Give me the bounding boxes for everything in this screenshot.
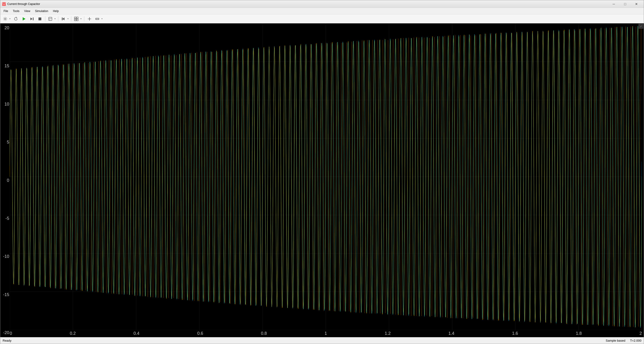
menu-bar: File Tools View Simulation Help (0, 8, 644, 14)
svg-rect-14 (76, 17, 78, 19)
y-label-10: 10 (1, 102, 9, 106)
stop-button[interactable] (36, 16, 44, 22)
status-time: T=2.000 (630, 339, 642, 342)
svg-rect-6 (33, 18, 34, 20)
cursor-button[interactable] (86, 16, 93, 22)
svg-rect-15 (74, 19, 76, 21)
title-bar: Current through Capacitor ─ □ ✕ (0, 0, 644, 8)
svg-rect-16 (76, 19, 78, 21)
svg-marker-5 (30, 18, 32, 20)
sep4 (84, 16, 84, 22)
x-label-1: 1 (324, 331, 327, 336)
svg-marker-11 (62, 18, 64, 20)
y-label-5: 5 (1, 140, 9, 144)
sep1 (45, 16, 45, 22)
zoom-icon[interactable] (73, 16, 80, 22)
config-icon[interactable] (47, 16, 54, 22)
x-label-2: 2 (640, 331, 642, 336)
run-button[interactable] (20, 16, 28, 22)
status-bar: Ready Sample based T=2.000 (0, 337, 644, 344)
measure-icon[interactable] (94, 16, 100, 22)
close-button[interactable]: ✕ (631, 1, 642, 7)
menu-simulation[interactable]: Simulation (32, 8, 50, 14)
settings-dropdown[interactable]: ▾ (2, 15, 12, 22)
zoom-arrow[interactable]: ▾ (80, 16, 82, 22)
status-sample: Sample based (606, 339, 625, 342)
x-label-04: 0.4 (134, 331, 140, 336)
x-axis: 0 0.2 0.4 0.6 0.8 1 1.2 1.4 1.6 1.8 2 (10, 330, 642, 337)
svg-rect-7 (38, 18, 41, 20)
svg-point-2 (4, 5, 4, 5)
resize-icon: ⤢ (640, 25, 642, 28)
settings-arrow[interactable]: ▾ (8, 16, 11, 22)
svg-rect-12 (62, 18, 62, 20)
y-axis: 20 15 10 5 0 -5 -10 -15 -20 (0, 23, 10, 337)
status-right: Sample based T=2.000 (606, 339, 642, 342)
y-label-n10: -10 (1, 254, 9, 258)
prev-arrow[interactable]: ▾ (66, 16, 70, 22)
svg-marker-4 (23, 17, 26, 20)
window-controls: ─ □ ✕ (608, 1, 642, 7)
plot-area: ⤢ 20 15 10 5 0 -5 -10 -15 -20 0 0.2 0.4 … (0, 23, 644, 337)
y-label-20: 20 (1, 26, 9, 30)
menu-help[interactable]: Help (50, 8, 61, 14)
step-button[interactable] (28, 16, 36, 22)
measure-arrow[interactable]: ▾ (100, 16, 104, 22)
window-title: Current through Capacitor (7, 2, 608, 6)
waveform-canvas (10, 23, 642, 330)
zoom-dropdown[interactable]: ▾ (73, 15, 82, 22)
resize-corner-button[interactable]: ⤢ (638, 24, 643, 28)
settings-icon[interactable] (2, 16, 8, 22)
x-label-12: 1.2 (385, 331, 391, 336)
menu-view[interactable]: View (22, 8, 32, 14)
x-label-02: 0.2 (70, 331, 76, 336)
sep2 (58, 16, 58, 22)
x-label-14: 1.4 (448, 331, 454, 336)
y-label-n20: -20 (1, 330, 9, 335)
menu-file[interactable]: File (1, 8, 10, 14)
toolbar: ▾ (0, 14, 644, 23)
maximize-button[interactable]: □ (620, 1, 630, 7)
refresh-button[interactable] (12, 16, 20, 22)
y-label-15: 15 (1, 64, 9, 68)
y-label-0: 0 (1, 178, 9, 182)
prev-dropdown[interactable]: ▾ (60, 15, 70, 22)
app-icon (2, 2, 6, 6)
x-label-08: 0.8 (261, 331, 267, 336)
y-label-n5: -5 (1, 216, 9, 220)
config-arrow[interactable]: ▾ (54, 16, 56, 22)
menu-tools[interactable]: Tools (10, 8, 22, 14)
measure-dropdown[interactable]: ▾ (94, 15, 104, 22)
main-window: Current through Capacitor ─ □ ✕ File Too… (0, 0, 644, 344)
x-label-18: 1.8 (576, 331, 582, 336)
x-label-16: 1.6 (512, 331, 518, 336)
y-label-n15: -15 (1, 292, 9, 297)
x-label-06: 0.6 (197, 331, 203, 336)
prev-icon[interactable] (60, 16, 66, 22)
status-ready: Ready (2, 339, 12, 342)
svg-point-3 (4, 18, 6, 20)
sep3 (71, 16, 71, 22)
config-dropdown[interactable]: ▾ (47, 15, 57, 22)
svg-rect-8 (49, 17, 52, 20)
x-label-0: 0 (10, 331, 12, 336)
minimize-button[interactable]: ─ (608, 1, 619, 7)
svg-rect-13 (74, 17, 76, 19)
